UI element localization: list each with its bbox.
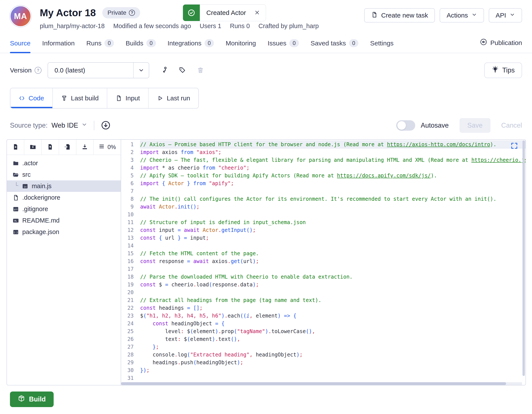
version-help-icon[interactable]: ? — [35, 67, 41, 74]
code-line[interactable]: 4import * as cheerio from "cheerio"; — [121, 164, 525, 172]
code-line[interactable]: 11// Structure of input is defined in in… — [121, 219, 525, 226]
folder-open-icon — [12, 172, 19, 178]
code-text: import axios from "axios"; — [140, 148, 525, 156]
view-tab-label: Last run — [167, 95, 190, 102]
cancel-button[interactable]: Cancel — [501, 122, 522, 129]
delete-version-button[interactable] — [197, 67, 204, 74]
document-icon — [371, 11, 378, 19]
tab-information[interactable]: Information — [42, 39, 75, 53]
line-number: 7 — [121, 187, 140, 195]
file-tree-item-actor[interactable]: .actor — [7, 157, 121, 169]
code-line[interactable]: 16const response = await axios.get(url); — [121, 257, 525, 265]
code-line[interactable]: 22const headings = []; — [121, 304, 525, 312]
code-line[interactable]: 28 console.log("Extracted heading", head… — [121, 351, 525, 359]
horizontal-scrollbar[interactable] — [121, 382, 522, 385]
code-line[interactable]: 29 headings.push(headingObject); — [121, 359, 525, 366]
line-number: 5 — [121, 172, 140, 180]
code-line[interactable]: 31 — [121, 374, 525, 382]
code-line[interactable]: 27 }; — [121, 343, 525, 351]
tab-runs[interactable]: Runs0 — [86, 39, 114, 53]
version-select[interactable]: 0.0 (latest) — [48, 62, 149, 78]
code-line[interactable]: 24 const headingObject = { — [121, 320, 525, 327]
create-new-task-button[interactable]: Create new task — [364, 8, 435, 22]
code-line[interactable]: 15// Fetch the HTML content of the page. — [121, 250, 525, 257]
list-icon — [98, 143, 105, 151]
build-button[interactable]: Build — [10, 392, 54, 407]
toast-close-button[interactable] — [253, 5, 266, 21]
code-text: const headings = []; — [140, 304, 525, 312]
tips-button[interactable]: Tips — [484, 63, 522, 78]
code-line[interactable]: 2import axios from "axios"; — [121, 148, 525, 156]
autosave-toggle[interactable] — [396, 120, 415, 131]
file-tree-item-readme-md[interactable]: M↓README.md — [7, 215, 121, 226]
code-line[interactable]: 17 — [121, 265, 525, 273]
source-type-select[interactable]: Web IDE — [51, 122, 87, 129]
import-file-button[interactable] — [59, 140, 76, 155]
success-check-icon — [183, 5, 200, 21]
tab-integrations[interactable]: Integrations0 — [168, 39, 214, 53]
view-tab-input[interactable]: Input — [107, 88, 149, 108]
tab-builds[interactable]: Builds0 — [126, 39, 156, 53]
new-folder-button[interactable] — [24, 140, 41, 155]
code-line[interactable]: 13const { url } = input; — [121, 234, 525, 242]
view-tab-code[interactable]: Code — [10, 88, 53, 108]
code-line[interactable]: 8// The init() call configures the Actor… — [121, 195, 525, 203]
expand-editor-icon[interactable] — [510, 142, 518, 150]
line-number: 13 — [121, 234, 140, 242]
code-line[interactable]: 7 — [121, 187, 525, 195]
source-type-label: Source type: — [10, 122, 48, 129]
code-line[interactable]: 12const input = await Actor.getInput(); — [121, 226, 525, 234]
git-branch-icon — [160, 66, 168, 75]
upload-file-button[interactable] — [41, 140, 59, 155]
code-line[interactable]: 20 — [121, 289, 525, 296]
version-row: Version ? 0.0 (latest) Tips — [0, 62, 532, 78]
code-line[interactable]: 18// Parse the downloaded HTML with Chee… — [121, 273, 525, 281]
file-name: README.md — [22, 217, 59, 224]
publication-link[interactable]: Publication — [480, 38, 522, 53]
code-text: const input = await Actor.getInput(); — [140, 226, 525, 234]
tab-monitoring[interactable]: Monitoring — [226, 39, 256, 53]
api-menu-button[interactable]: API — [489, 8, 522, 22]
code-line[interactable]: 21// Extract all headings from the page … — [121, 296, 525, 304]
tab-settings[interactable]: Settings — [370, 39, 393, 53]
code-line[interactable]: 23$("h1, h2, h3, h4, h5, h6").each((i, e… — [121, 312, 525, 320]
code-line[interactable]: 14 — [121, 242, 525, 250]
tab-issues[interactable]: Issues0 — [267, 39, 299, 53]
file-tree-item-gitignore[interactable]: git.gitignore — [7, 203, 121, 215]
tag-version-button[interactable] — [179, 67, 186, 74]
code-line[interactable]: 10 — [121, 211, 525, 219]
tab-label: Integrations — [168, 39, 201, 47]
file-tree-item-package-json[interactable]: {·}package.json — [7, 226, 121, 238]
editor-usage-indicator: 0% — [94, 140, 121, 155]
download-all-button[interactable] — [76, 140, 94, 155]
code-line[interactable]: 6import { Actor } from "apify"; — [121, 180, 525, 187]
code-line[interactable]: 25 level: $(element).prop("tagName").toL… — [121, 327, 525, 335]
code-editor[interactable]: 1// Axios — Promise based HTTP client fo… — [121, 140, 525, 385]
code-line[interactable]: 1// Axios — Promise based HTTP client fo… — [121, 141, 525, 148]
modified-label: Modified a few seconds ago — [113, 22, 191, 30]
file-tree-item-main-js[interactable]: └jsmain.js — [7, 180, 121, 192]
code-line[interactable]: 5// Apify SDK — toolkit for building Api… — [121, 172, 525, 180]
line-number: 14 — [121, 242, 140, 250]
svg-text:M↓: M↓ — [14, 220, 17, 222]
download-source-button[interactable] — [101, 120, 111, 131]
tab-source[interactable]: Source — [10, 39, 30, 53]
code-line[interactable]: 30}); — [121, 366, 525, 374]
view-tab-last-run[interactable]: Last run — [149, 88, 198, 108]
actions-menu-button[interactable]: Actions — [440, 8, 484, 22]
code-line[interactable]: 19const $ = cheerio.load(response.data); — [121, 281, 525, 289]
toast-message: Created Actor — [200, 5, 253, 21]
view-tab-last-build[interactable]: Last build — [53, 88, 107, 108]
code-line[interactable]: 3// Cheerio — The fast, flexible & elega… — [121, 156, 525, 164]
tab-saved-tasks[interactable]: Saved tasks0 — [311, 39, 358, 53]
code-line[interactable]: 26 text: $(element).text(), — [121, 335, 525, 343]
vertical-scrollbar[interactable] — [522, 140, 525, 376]
file-tree-item-dockerignore[interactable]: .dockerignore — [7, 192, 121, 203]
file-tree-item-src[interactable]: src — [7, 169, 121, 180]
new-file-button[interactable] — [7, 140, 24, 155]
actor-detail-page: MA My Actor 18 Private ? plum_harp/my-ac… — [0, 0, 532, 414]
git-history-button[interactable] — [160, 66, 168, 75]
save-button[interactable]: Save — [460, 118, 491, 133]
code-line[interactable]: 9await Actor.init(); — [121, 203, 525, 211]
file-name: .dockerignore — [22, 194, 60, 201]
